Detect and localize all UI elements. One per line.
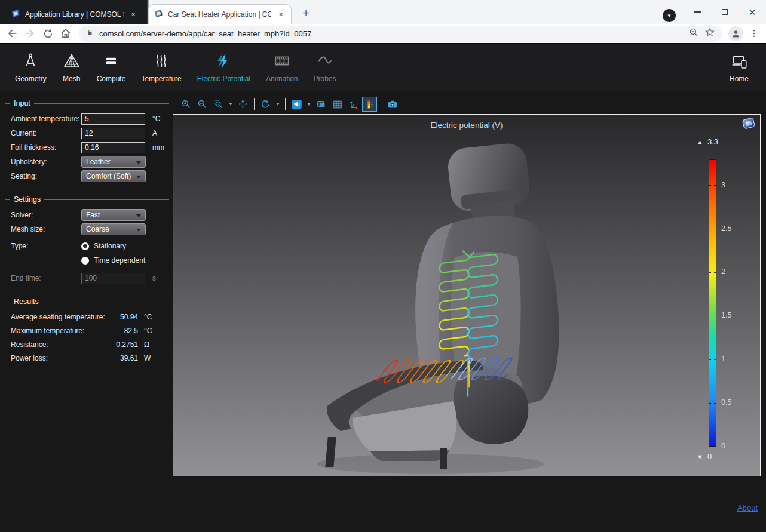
ribbon-item-temperature[interactable]: Temperature — [133, 44, 189, 91]
zoom-extents-button[interactable] — [235, 97, 250, 112]
legend-tick-mark — [714, 359, 716, 360]
current-input[interactable] — [81, 128, 145, 139]
zoom-box-dropdown-caret[interactable]: ▼ — [227, 97, 234, 112]
tab-close-icon[interactable]: ✕ — [128, 10, 138, 19]
forward-button[interactable] — [23, 26, 37, 41]
field-label: Type: — [11, 242, 81, 250]
ribbon-item-compute[interactable]: Compute — [89, 44, 134, 91]
tab-close-icon[interactable]: ✕ — [276, 10, 286, 19]
ribbon-item-mesh[interactable]: Mesh — [54, 44, 89, 91]
bookmark-star-icon[interactable] — [704, 27, 715, 40]
ribbon-item-animation: Animation — [258, 44, 305, 91]
minimize-icon — [694, 11, 701, 12]
result-unit: Ω — [138, 340, 157, 349]
address-bar[interactable]: comsol.com/server-demo/app/car_seat_heat… — [79, 26, 722, 42]
about-link[interactable]: About — [737, 503, 758, 512]
field-row-foil-thickness: Foil thickness: mm — [0, 140, 173, 155]
plot-canvas[interactable]: Electric potential (V) 32.521.510.50 ▲3.… — [173, 114, 761, 476]
profile-avatar[interactable] — [728, 26, 743, 41]
seating-dropdown[interactable]: Comfort (Soft) — [81, 170, 146, 182]
radio-label: Time dependent — [94, 256, 145, 265]
page-zoom-icon[interactable] — [688, 27, 699, 40]
legend-tick-mark — [709, 229, 711, 229]
ribbon-label: Animation — [266, 75, 298, 83]
tab-application-library[interactable]: Application Library | COMSOL Se ✕ — [6, 5, 143, 23]
ribbon-item-geometry[interactable]: Geometry — [7, 44, 54, 91]
back-button[interactable] — [5, 26, 19, 41]
minimize-button[interactable] — [684, 0, 711, 24]
dropdown-value: Fast — [86, 211, 100, 219]
legend-tick-label: 3 — [721, 181, 725, 189]
axes-button[interactable] — [346, 97, 361, 112]
default-view-dropdown-caret[interactable]: ▼ — [305, 97, 312, 112]
legend-max-value: 3.3 — [707, 137, 718, 146]
dropdown-value: Leather — [86, 158, 111, 166]
legend-max: ▲3.3 — [697, 137, 718, 146]
solver-dropdown[interactable]: Fast — [81, 209, 146, 221]
zoom-out-button[interactable] — [195, 97, 210, 112]
legend-tick-mark — [709, 447, 711, 447]
graphics-toolbar: ▼ ▼ ▼ — [173, 94, 401, 114]
ribbon-label: Home — [730, 75, 749, 83]
maximize-button[interactable] — [711, 0, 739, 24]
car-seat-3d-model[interactable] — [173, 115, 760, 476]
legend-tick-mark — [714, 447, 716, 447]
field-unit: °C — [147, 115, 173, 123]
browser-toolbar: comsol.com/server-demo/app/car_seat_heat… — [0, 24, 766, 43]
grid-button[interactable] — [330, 97, 345, 112]
compute-icon — [102, 51, 121, 70]
mesh-size-dropdown[interactable]: Coarse — [81, 223, 146, 235]
radio-stationary[interactable] — [81, 242, 89, 250]
legend-tick-mark — [714, 403, 716, 404]
snapshot-camera-button[interactable] — [385, 97, 400, 112]
media-controls-button[interactable]: ▼ — [663, 9, 676, 22]
radio-time-dependent[interactable] — [81, 257, 89, 265]
reload-button[interactable] — [41, 26, 55, 41]
home-button[interactable] — [59, 26, 73, 41]
ambient-temperature-input[interactable] — [81, 113, 145, 125]
field-label: Seating: — [11, 172, 81, 180]
result-row-maximum-temperature: Maximum temperature: 82.5 °C — [0, 324, 173, 337]
result-row-resistance: Resistance: 0.2751 Ω — [0, 337, 173, 351]
app-ribbon: Geometry Mesh Compute Temperature Electr… — [0, 43, 766, 91]
rotate-dropdown-caret[interactable]: ▼ — [274, 97, 281, 112]
ribbon-item-electric-potential[interactable]: Electric Potential — [189, 44, 258, 91]
zoom-in-button[interactable] — [179, 97, 194, 112]
default-view-button[interactable] — [289, 97, 304, 112]
legend-tick-mark — [714, 272, 716, 273]
result-value: 82.5 — [106, 327, 138, 335]
url-text[interactable]: comsol.com/server-demo/app/car_seat_heat… — [99, 29, 683, 38]
legend-tick-label: 0 — [721, 442, 725, 450]
zoom-box-button[interactable] — [211, 97, 226, 112]
scene-icon-button[interactable] — [314, 97, 329, 112]
upholstery-dropdown[interactable]: Leather — [81, 156, 146, 168]
field-row-end-time: End time: s — [0, 271, 173, 285]
close-button[interactable]: ✕ — [739, 0, 766, 24]
field-row-current: Current: A — [0, 126, 173, 140]
legend-tick-label: 2 — [721, 267, 725, 276]
comsol-logo[interactable] — [741, 116, 756, 134]
color-legend-button[interactable] — [362, 97, 377, 112]
tab-car-seat-heater[interactable]: Car Seat Heater Application | CO ✕ — [148, 4, 292, 24]
field-label: Upholstery: — [11, 158, 81, 166]
legend-tick-mark — [709, 185, 711, 186]
browser-menu-kebab-icon[interactable] — [747, 26, 761, 41]
plot-title: Electric potential (V) — [173, 121, 760, 130]
ribbon-item-home[interactable]: Home — [721, 44, 766, 91]
tab-title: Car Seat Heater Application | CO — [168, 10, 271, 19]
field-row-solver: Solver: Fast — [0, 208, 173, 222]
new-tab-button[interactable]: + — [298, 5, 314, 21]
lock-icon[interactable] — [86, 28, 94, 39]
result-value: 39.61 — [106, 354, 138, 362]
dropdown-value: Coarse — [86, 225, 109, 233]
radio-label: Stationary — [94, 242, 126, 250]
field-unit: A — [147, 129, 173, 137]
temperature-icon — [152, 51, 171, 70]
field-row-seating: Seating: Comfort (Soft) — [0, 169, 173, 183]
rotate-view-button[interactable] — [258, 97, 273, 112]
comsol-favicon — [154, 9, 163, 20]
sidebar: Input Ambient temperature: °C Current: A… — [0, 91, 173, 532]
field-row-ambient-temperature: Ambient temperature: °C — [0, 112, 173, 126]
foil-thickness-input[interactable] — [81, 142, 145, 153]
result-label: Average seating temperature: — [11, 313, 106, 321]
